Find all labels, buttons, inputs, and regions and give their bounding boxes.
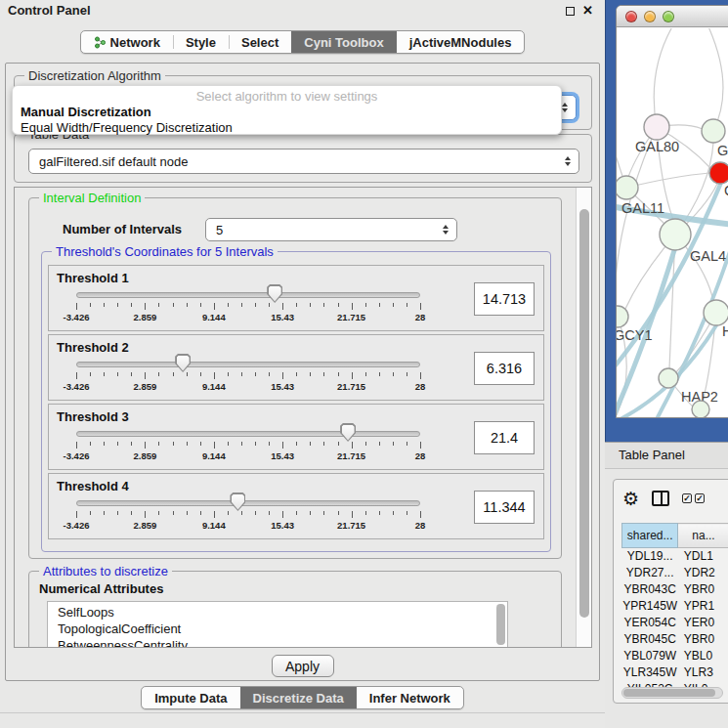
tick-mark [187,442,188,446]
slider-handle[interactable] [340,423,356,442]
tick-mark [282,442,283,449]
table-cell[interactable]: YLR345W [622,664,678,681]
network-node[interactable] [704,300,728,325]
table-row[interactable]: YPR145WYPR1 [622,598,728,615]
table-cell[interactable]: YER054C [622,615,678,631]
table-cell[interactable]: YLR3 [678,664,728,681]
network-node[interactable] [692,401,709,417]
checkbox-icon[interactable]: ✓ [682,493,692,503]
algorithm-menu-item[interactable]: Manual Discretization [13,104,561,119]
slider-track[interactable] [76,431,420,437]
tick-mark [365,372,366,376]
table-cell[interactable]: YDR27... [622,565,678,581]
vertical-scrollbar-thumb[interactable] [579,209,589,618]
split-columns-icon[interactable] [652,491,669,506]
algorithm-menu-item[interactable]: Equal Width/Frequency Discretization [13,119,561,135]
tick-mark [104,303,105,307]
slider-track[interactable] [76,500,420,506]
slider-track[interactable] [76,362,420,367]
table-panel-body: ⚙ ✓ ✓ shared...na...YDL19...YDL1YDR27...… [605,469,728,728]
table-cell[interactable]: YPR1 [678,598,728,615]
table-cell[interactable]: YBL079W [622,648,678,664]
numerical-attributes-list[interactable]: SelfLoopsTopologicalCoefficientBetweenne… [47,601,508,648]
network-window-titlebar [617,6,728,27]
tick-label: 15.43 [271,312,294,322]
network-node[interactable] [702,119,725,143]
gear-icon[interactable]: ⚙ [622,490,639,508]
tab-jactivemnodules[interactable]: jActiveMNodules [397,31,525,53]
table-cell[interactable]: YBR0 [678,631,728,648]
network-node[interactable] [617,176,638,199]
close-traffic-light[interactable] [625,11,637,22]
apply-button[interactable]: Apply [272,655,334,677]
tab-select[interactable]: Select [229,31,291,53]
table-cell[interactable]: YDR2 [678,565,728,581]
tick-mark [158,442,159,446]
right-side-area: GAL80GACGAL11GAL4GCY1HHAP2 Table Panel ⚙… [605,0,728,728]
zoom-traffic-light[interactable] [663,11,674,22]
tick-mark [296,511,297,515]
network-node[interactable] [709,162,728,184]
slider-handle[interactable] [230,492,245,511]
network-node[interactable] [617,306,628,327]
table-data-combobox[interactable]: galFiltered.sif default node [28,149,579,174]
threshold-value-field[interactable]: 11.344 [474,491,535,524]
slider-track[interactable] [76,292,420,298]
vertical-scrollbar[interactable] [576,188,591,647]
tick-mark [379,442,380,446]
float-window-icon[interactable] [566,7,575,16]
tab-style[interactable]: Style [173,31,229,53]
table-row[interactable]: YLR345WYLR3 [622,664,728,681]
network-node[interactable] [660,219,691,250]
tick-label: -3.426 [64,520,90,531]
table-row[interactable]: YER054CYER0 [622,615,728,631]
tick-mark [407,303,407,307]
table-row[interactable]: YDR27...YDR2 [622,565,728,581]
list-scrollbar-thumb[interactable] [496,604,505,645]
close-panel-icon[interactable]: ✕ [582,0,593,21]
tab-network[interactable]: Network [81,31,173,53]
attribute-list-item[interactable]: BetweennessCentrality [58,637,507,648]
tick-mark [131,303,132,307]
tick-label: 28 [415,520,426,531]
table-cell[interactable]: YPR145W [622,598,678,615]
threshold-value-field[interactable]: 6.316 [474,352,535,385]
table-row[interactable]: YBR045CYBR0 [622,631,728,648]
network-edge[interactable] [626,173,709,188]
network-canvas[interactable]: GAL80GACGAL11GAL4GCY1HHAP2 [617,28,728,417]
network-edge[interactable] [654,28,677,127]
threshold-value-field[interactable]: 14.713 [474,282,535,316]
horizontal-scrollbar[interactable] [621,687,723,699]
table-cell[interactable]: YBL0 [678,648,728,664]
bottom-tab-infer-network[interactable]: Infer Network [357,687,463,708]
column-header[interactable]: na... [678,524,728,548]
column-header[interactable]: shared... [622,524,678,548]
algorithm-hint-item[interactable]: Select algorithm to view settings [13,86,561,104]
horizontal-scrollbar-thumb[interactable] [623,689,715,697]
slider-handle[interactable] [175,354,191,372]
attribute-list-item[interactable]: SelfLoops [58,604,507,621]
network-edge[interactable] [707,28,723,131]
table-cell[interactable]: YER0 [678,615,728,631]
threshold-value-field[interactable]: 21.4 [474,421,535,454]
table-row[interactable]: YBL079WYBL0 [622,648,728,664]
bottom-tab-impute-data[interactable]: Impute Data [142,687,239,708]
number-of-intervals-combobox[interactable]: 5 [205,218,457,241]
tab-cyni-toolbox[interactable]: Cyni Toolbox [291,31,396,53]
slider-handle[interactable] [267,284,282,303]
checkbox-icon[interactable]: ✓ [695,493,705,503]
table-cell[interactable]: YBR045C [622,631,678,648]
bottom-tab-discretize-data[interactable]: Discretize Data [240,687,357,708]
attribute-list-item[interactable]: TopologicalCoefficient [58,621,507,637]
table-cell[interactable]: YBR043C [622,581,678,598]
threshold-panel: Threshold 1-3.4262.8599.14415.4321.71528… [48,265,544,331]
tick-mark [200,442,201,446]
table-row[interactable]: YDL19...YDL1 [622,548,728,565]
table-row[interactable]: YBR043CYBR0 [622,581,728,598]
network-node[interactable] [659,368,678,388]
table-cell[interactable]: YBR0 [678,581,728,598]
table-cell[interactable]: YDL1 [678,548,728,565]
table-cell[interactable]: YDL19... [622,548,678,565]
minimize-traffic-light[interactable] [644,11,656,22]
network-node[interactable] [644,114,669,140]
